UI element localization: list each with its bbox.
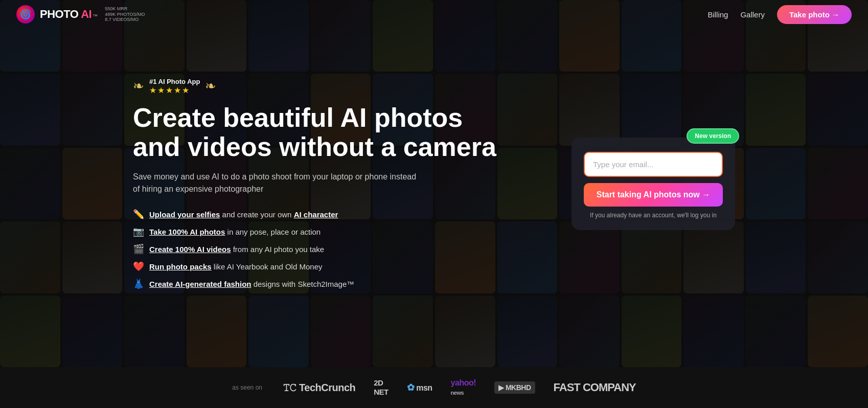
fastcompany-logo: FAST COMPANY bbox=[554, 381, 636, 394]
start-button[interactable]: Start taking AI photos now → bbox=[584, 183, 723, 207]
create-videos-link[interactable]: Create 100% AI videos bbox=[149, 245, 231, 254]
gallery-link[interactable]: Gallery bbox=[740, 10, 765, 19]
feature-selfies: ✏️ Upload your selfies and create your o… bbox=[133, 209, 531, 220]
login-note: If you already have an account, we'll lo… bbox=[584, 212, 723, 219]
billing-link[interactable]: Billing bbox=[707, 10, 728, 19]
upload-selfies-link[interactable]: Upload your selfies bbox=[149, 210, 220, 219]
logo-text: PHOTO AI bbox=[40, 8, 92, 21]
as-seen-label: as seen on bbox=[232, 384, 262, 391]
fashion-link[interactable]: Create AI-generated fashion bbox=[149, 280, 252, 288]
camera-icon: 📷 bbox=[133, 226, 144, 237]
logo-tm: ™ bbox=[93, 13, 98, 19]
take-photo-button[interactable]: Take photo → bbox=[777, 5, 852, 24]
hero-headline: Create beautiful AI photosand videos wit… bbox=[133, 103, 531, 162]
logo-badge: 550K MRR 489K PHOTOS/MO 8.7 VIDEOS/MO bbox=[105, 6, 145, 22]
heart-icon: ❤️ bbox=[133, 261, 144, 272]
hero-left: ❧ #1 AI Photo App ★★★★★ ❧ Create beautif… bbox=[133, 78, 531, 289]
signup-card: New version Start taking AI photos now →… bbox=[572, 138, 735, 230]
techcrunch-logo: 𝚃𝙲 TechCrunch bbox=[283, 382, 355, 394]
new-version-badge: New version bbox=[687, 128, 739, 144]
footer-bar: as seen on 𝚃𝙲 TechCrunch 2DNET ✿ msn yah… bbox=[0, 367, 868, 408]
msn-logo: ✿ msn bbox=[407, 382, 432, 393]
feature-list: ✏️ Upload your selfies and create your o… bbox=[133, 209, 531, 289]
award-badge: ❧ #1 AI Photo App ★★★★★ ❧ bbox=[133, 78, 531, 95]
hero-content: ❧ #1 AI Photo App ★★★★★ ❧ Create beautif… bbox=[0, 0, 868, 367]
email-input[interactable] bbox=[584, 152, 723, 177]
laurel-left: ❧ bbox=[133, 78, 144, 94]
mkbhd-logo: ▶ MKBHD bbox=[494, 383, 535, 392]
2dnet-logo: 2DNET bbox=[374, 378, 389, 397]
laurel-right: ❧ bbox=[205, 78, 216, 94]
feature-photos: 📷 Take 100% AI photos in any pose, place… bbox=[133, 226, 531, 237]
logo-icon: 🌀 bbox=[16, 5, 35, 24]
shirt-icon: 👗 bbox=[133, 278, 144, 289]
feature-fashion: 👗 Create AI-generated fashion designs wi… bbox=[133, 278, 531, 289]
nav-right: Billing Gallery Take photo → bbox=[707, 5, 852, 24]
nav-logo: 🌀 PHOTO AI ™ 550K MRR 489K PHOTOS/MO 8.7… bbox=[16, 5, 145, 24]
award-text: #1 AI Photo App ★★★★★ bbox=[149, 78, 200, 95]
feature-videos: 🎬 Create 100% AI videos from any AI phot… bbox=[133, 243, 531, 255]
ai-character-link[interactable]: AI character bbox=[294, 210, 338, 219]
run-packs-link[interactable]: Run photo packs bbox=[149, 262, 212, 271]
press-logos: 𝚃𝙲 TechCrunch 2DNET ✿ msn yahoo!news ▶ M… bbox=[283, 378, 636, 397]
navbar: 🌀 PHOTO AI ™ 550K MRR 489K PHOTOS/MO 8.7… bbox=[0, 0, 868, 29]
take-photos-link[interactable]: Take 100% AI photos bbox=[149, 228, 225, 236]
feature-packs: ❤️ Run photo packs like AI Yearbook and … bbox=[133, 261, 531, 272]
pencil-icon: ✏️ bbox=[133, 209, 144, 220]
yahoo-logo: yahoo!news bbox=[451, 378, 476, 397]
video-icon: 🎬 bbox=[133, 243, 144, 255]
hero-subtext: Save money and use AI to do a photo shoo… bbox=[133, 171, 419, 195]
